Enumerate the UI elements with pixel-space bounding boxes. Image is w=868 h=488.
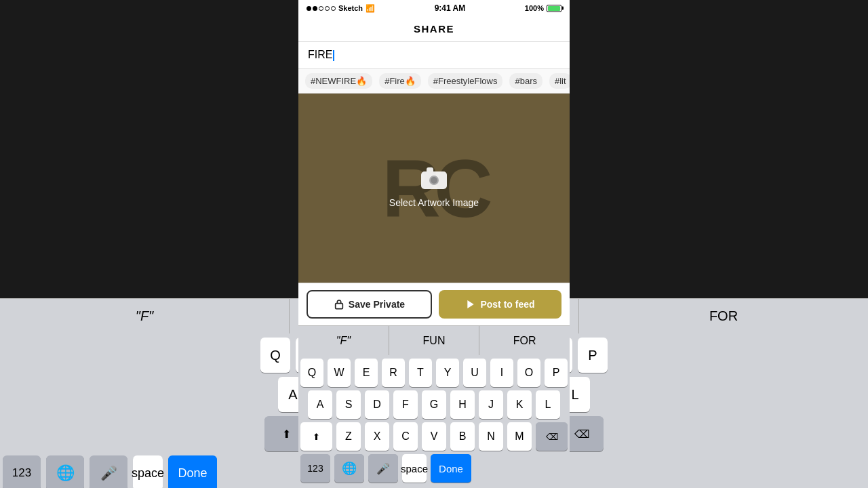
signal-dot-3 [319,6,323,11]
key-b[interactable]: B [450,422,475,451]
key-r[interactable]: R [382,359,405,387]
key-g[interactable]: G [422,390,446,419]
suggestion-f[interactable]: "F" [298,326,389,355]
key-l[interactable]: L [536,390,560,419]
key-p[interactable]: P [545,359,568,387]
signal-dot-2 [313,6,317,11]
play-icon [465,299,476,310]
kbd-row-1: Q W E R T Y U I O P [298,355,570,387]
key-m[interactable]: M [507,422,532,451]
bg-num-key[interactable]: 123 [3,455,41,488]
svg-marker-3 [468,300,474,308]
keyboard: Q W E R T Y U I O P A S D F G H J K L ⬆ … [298,355,570,488]
save-private-button[interactable]: Save Private [307,290,432,319]
signal-dot-4 [325,6,330,11]
hashtag-3[interactable]: #FreestyleFlows [428,73,503,89]
status-left: Sketch 📶 [307,4,375,13]
hashtag-1[interactable]: #NEWFIRE🔥 [305,73,372,89]
battery-indicator [547,5,561,12]
post-feed-label: Post to feed [480,299,534,310]
suggestion-fun[interactable]: FUN [389,326,480,355]
key-x[interactable]: X [365,422,389,451]
key-v[interactable]: V [422,422,446,451]
delete-key[interactable]: ⌫ [536,422,568,451]
signal-indicator [307,6,336,11]
space-key[interactable]: space [402,454,427,483]
camera-icon [420,169,448,192]
camera-bump [427,167,433,171]
action-buttons-row: Save Private Post to feed [298,283,570,325]
key-u[interactable]: U [463,359,486,387]
key-c[interactable]: C [393,422,418,451]
text-cursor [333,50,334,61]
hashtag-2[interactable]: #Fire🔥 [379,73,421,89]
caption-input[interactable]: FIRE [298,42,570,69]
mic-key[interactable]: 🎤 [368,454,398,483]
suggestion-for[interactable]: FOR [479,326,570,355]
bg-key-p[interactable]: P [578,338,608,373]
key-n[interactable]: N [479,422,503,451]
time-display: 9:41 AM [435,3,466,13]
artwork-overlay: Select Artwork Image [389,169,479,208]
key-f[interactable]: F [393,390,418,419]
done-key[interactable]: Done [431,454,471,483]
key-j[interactable]: J [479,390,503,419]
bg-suggestion-for[interactable]: FOR [579,299,868,333]
key-o[interactable]: O [517,359,540,387]
header-title: SHARE [414,23,454,35]
status-right: 100% [525,4,561,12]
kbd-bottom-row: 123 🌐 🎤 space Done [298,451,570,488]
key-t[interactable]: T [409,359,432,387]
key-z[interactable]: Z [336,422,361,451]
battery-fill [548,6,560,11]
key-y[interactable]: Y [436,359,459,387]
artwork-area[interactable]: RC Select Artwork Image [298,94,570,283]
key-d[interactable]: D [365,390,389,419]
num-key[interactable]: 123 [300,454,330,483]
save-private-label: Save Private [349,299,405,310]
svg-rect-2 [336,304,343,309]
key-q[interactable]: Q [300,359,323,387]
bg-space-key[interactable]: space [133,455,163,488]
camera-lens [429,176,439,185]
camera-body [421,171,447,189]
carrier-name: Sketch [338,4,363,12]
shift-key[interactable]: ⬆ [300,422,332,451]
key-a[interactable]: A [308,390,332,419]
globe-key[interactable]: 🌐 [334,454,364,483]
caption-text: FIRE [308,49,332,60]
lock-icon [334,299,344,310]
hashtag-5[interactable]: #lit [549,73,570,89]
key-h[interactable]: H [450,390,475,419]
signal-dot-5 [331,6,336,11]
post-feed-button[interactable]: Post to feed [439,290,561,319]
signal-dot-1 [307,6,311,11]
battery-percentage: 100% [525,4,544,12]
wifi-icon: 📶 [366,4,375,13]
key-s[interactable]: S [336,390,361,419]
kbd-row-2: A S D F G H J K L [298,387,570,419]
bg-globe-key[interactable]: 🌐 [46,455,84,488]
bg-mic-key[interactable]: 🎤 [90,455,127,488]
keyboard-suggestions: "F" FUN FOR [298,325,570,355]
key-i[interactable]: I [490,359,513,387]
hashtag-4[interactable]: #bars [509,73,542,89]
key-e[interactable]: E [355,359,378,387]
bg-suggestion-f[interactable]: "F" [0,299,290,333]
share-header: SHARE [298,16,570,42]
artwork-label: Select Artwork Image [389,197,479,208]
key-k[interactable]: K [507,390,532,419]
bg-done-key[interactable]: Done [168,455,217,488]
key-w[interactable]: W [328,359,351,387]
status-bar: Sketch 📶 9:41 AM 100% [298,0,570,16]
kbd-row-3: ⬆ Z X C V B N M ⌫ [298,419,570,451]
phone-panel: Sketch 📶 9:41 AM 100% SHARE FIRE #NEWFIR… [298,0,570,488]
bg-key-q[interactable]: Q [260,338,290,373]
hashtag-suggestions-bar: #NEWFIRE🔥 #Fire🔥 #FreestyleFlows #bars #… [298,69,570,94]
